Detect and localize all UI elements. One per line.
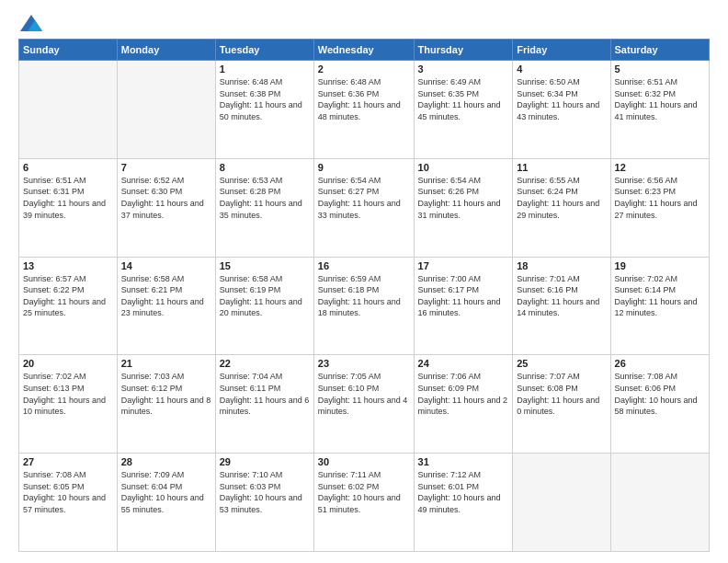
calendar-cell: 1Sunrise: 6:48 AMSunset: 6:38 PMDaylight… (215, 61, 313, 159)
day-number: 12 (615, 162, 705, 173)
calendar-cell: 2Sunrise: 6:48 AMSunset: 6:36 PMDaylight… (313, 61, 414, 159)
cell-content: Sunrise: 6:49 AMSunset: 6:35 PMDaylight:… (418, 76, 509, 122)
cell-content: Sunrise: 6:50 AMSunset: 6:34 PMDaylight:… (517, 76, 606, 122)
day-number: 11 (517, 162, 606, 173)
cell-content: Sunrise: 7:10 AMSunset: 6:03 PMDaylight:… (220, 469, 310, 515)
header (18, 15, 710, 31)
day-number: 4 (517, 63, 606, 75)
page: SundayMondayTuesdayWednesdayThursdayFrid… (0, 0, 728, 563)
cell-content: Sunrise: 6:52 AMSunset: 6:30 PMDaylight:… (121, 175, 211, 221)
cell-content: Sunrise: 6:56 AMSunset: 6:23 PMDaylight:… (615, 175, 705, 221)
cell-content: Sunrise: 6:53 AMSunset: 6:28 PMDaylight:… (220, 175, 310, 221)
calendar-cell: 17Sunrise: 7:00 AMSunset: 6:17 PMDayligh… (414, 257, 513, 355)
calendar-cell: 14Sunrise: 6:58 AMSunset: 6:21 PMDayligh… (117, 257, 215, 355)
cell-content: Sunrise: 7:11 AMSunset: 6:02 PMDaylight:… (318, 469, 410, 515)
day-number: 5 (615, 63, 705, 75)
day-number: 28 (121, 456, 211, 467)
cell-content: Sunrise: 6:58 AMSunset: 6:19 PMDaylight:… (220, 273, 310, 319)
cell-content: Sunrise: 6:48 AMSunset: 6:38 PMDaylight:… (220, 76, 310, 122)
cell-content: Sunrise: 6:58 AMSunset: 6:21 PMDaylight:… (121, 273, 211, 319)
calendar-cell: 20Sunrise: 7:02 AMSunset: 6:13 PMDayligh… (19, 355, 118, 454)
logo (18, 15, 42, 31)
calendar-cell: 6Sunrise: 6:51 AMSunset: 6:31 PMDaylight… (19, 158, 118, 257)
day-header-saturday: Saturday (610, 40, 709, 61)
day-number: 8 (220, 162, 310, 173)
cell-content: Sunrise: 7:08 AMSunset: 6:06 PMDaylight:… (615, 371, 705, 417)
day-number: 30 (318, 456, 410, 467)
calendar-cell: 7Sunrise: 6:52 AMSunset: 6:30 PMDaylight… (117, 158, 215, 257)
week-row-2: 6Sunrise: 6:51 AMSunset: 6:31 PMDaylight… (19, 158, 710, 257)
cell-content: Sunrise: 7:04 AMSunset: 6:11 PMDaylight:… (220, 371, 310, 417)
day-number: 14 (121, 260, 211, 271)
cell-content: Sunrise: 6:55 AMSunset: 6:24 PMDaylight:… (517, 175, 606, 221)
day-header-monday: Monday (117, 40, 215, 61)
cell-content: Sunrise: 6:57 AMSunset: 6:22 PMDaylight:… (23, 273, 113, 319)
calendar-cell: 22Sunrise: 7:04 AMSunset: 6:11 PMDayligh… (215, 355, 313, 454)
cell-content: Sunrise: 7:09 AMSunset: 6:04 PMDaylight:… (121, 469, 211, 515)
day-number: 6 (23, 162, 113, 173)
day-header-wednesday: Wednesday (313, 40, 414, 61)
calendar-table: SundayMondayTuesdayWednesdayThursdayFrid… (18, 39, 710, 552)
calendar-cell: 28Sunrise: 7:09 AMSunset: 6:04 PMDayligh… (117, 454, 215, 552)
logo-text (18, 15, 42, 31)
calendar-cell: 19Sunrise: 7:02 AMSunset: 6:14 PMDayligh… (610, 257, 709, 355)
calendar-cell: 5Sunrise: 6:51 AMSunset: 6:32 PMDaylight… (610, 61, 709, 159)
calendar-cell: 26Sunrise: 7:08 AMSunset: 6:06 PMDayligh… (610, 355, 709, 454)
week-row-1: 1Sunrise: 6:48 AMSunset: 6:38 PMDaylight… (19, 61, 710, 159)
cell-content: Sunrise: 6:51 AMSunset: 6:31 PMDaylight:… (23, 175, 113, 221)
calendar-cell: 30Sunrise: 7:11 AMSunset: 6:02 PMDayligh… (313, 454, 414, 552)
day-number: 20 (23, 358, 113, 369)
calendar-cell: 15Sunrise: 6:58 AMSunset: 6:19 PMDayligh… (215, 257, 313, 355)
calendar-cell (19, 61, 118, 159)
calendar-cell: 18Sunrise: 7:01 AMSunset: 6:16 PMDayligh… (513, 257, 610, 355)
day-header-sunday: Sunday (19, 40, 118, 61)
day-number: 26 (615, 358, 705, 369)
calendar-cell: 27Sunrise: 7:08 AMSunset: 6:05 PMDayligh… (19, 454, 118, 552)
day-number: 31 (418, 456, 509, 467)
calendar-cell: 11Sunrise: 6:55 AMSunset: 6:24 PMDayligh… (513, 158, 610, 257)
calendar-header-row: SundayMondayTuesdayWednesdayThursdayFrid… (19, 40, 710, 61)
day-number: 10 (418, 162, 509, 173)
cell-content: Sunrise: 7:01 AMSunset: 6:16 PMDaylight:… (517, 273, 606, 319)
cell-content: Sunrise: 7:03 AMSunset: 6:12 PMDaylight:… (121, 371, 211, 417)
week-row-3: 13Sunrise: 6:57 AMSunset: 6:22 PMDayligh… (19, 257, 710, 355)
logo-icon (20, 15, 42, 31)
calendar-cell (117, 61, 215, 159)
calendar-cell: 13Sunrise: 6:57 AMSunset: 6:22 PMDayligh… (19, 257, 118, 355)
cell-content: Sunrise: 6:59 AMSunset: 6:18 PMDaylight:… (318, 273, 410, 319)
week-row-5: 27Sunrise: 7:08 AMSunset: 6:05 PMDayligh… (19, 454, 710, 552)
cell-content: Sunrise: 6:54 AMSunset: 6:26 PMDaylight:… (418, 175, 509, 221)
day-number: 24 (418, 358, 509, 369)
calendar-cell (610, 454, 709, 552)
cell-content: Sunrise: 6:51 AMSunset: 6:32 PMDaylight:… (615, 76, 705, 122)
week-row-4: 20Sunrise: 7:02 AMSunset: 6:13 PMDayligh… (19, 355, 710, 454)
cell-content: Sunrise: 7:08 AMSunset: 6:05 PMDaylight:… (23, 469, 113, 515)
day-number: 27 (23, 456, 113, 467)
day-header-friday: Friday (513, 40, 610, 61)
day-number: 7 (121, 162, 211, 173)
calendar-cell: 16Sunrise: 6:59 AMSunset: 6:18 PMDayligh… (313, 257, 414, 355)
day-header-thursday: Thursday (414, 40, 513, 61)
calendar-cell: 4Sunrise: 6:50 AMSunset: 6:34 PMDaylight… (513, 61, 610, 159)
cell-content: Sunrise: 7:06 AMSunset: 6:09 PMDaylight:… (418, 371, 509, 417)
cell-content: Sunrise: 7:00 AMSunset: 6:17 PMDaylight:… (418, 273, 509, 319)
cell-content: Sunrise: 7:05 AMSunset: 6:10 PMDaylight:… (318, 371, 410, 417)
day-header-tuesday: Tuesday (215, 40, 313, 61)
day-number: 9 (318, 162, 410, 173)
calendar-cell: 3Sunrise: 6:49 AMSunset: 6:35 PMDaylight… (414, 61, 513, 159)
day-number: 18 (517, 260, 606, 271)
calendar-cell: 23Sunrise: 7:05 AMSunset: 6:10 PMDayligh… (313, 355, 414, 454)
day-number: 21 (121, 358, 211, 369)
cell-content: Sunrise: 7:07 AMSunset: 6:08 PMDaylight:… (517, 371, 606, 417)
calendar-cell: 31Sunrise: 7:12 AMSunset: 6:01 PMDayligh… (414, 454, 513, 552)
calendar-cell: 25Sunrise: 7:07 AMSunset: 6:08 PMDayligh… (513, 355, 610, 454)
day-number: 23 (318, 358, 410, 369)
cell-content: Sunrise: 6:54 AMSunset: 6:27 PMDaylight:… (318, 175, 410, 221)
calendar-cell: 10Sunrise: 6:54 AMSunset: 6:26 PMDayligh… (414, 158, 513, 257)
calendar-cell: 29Sunrise: 7:10 AMSunset: 6:03 PMDayligh… (215, 454, 313, 552)
calendar-cell: 8Sunrise: 6:53 AMSunset: 6:28 PMDaylight… (215, 158, 313, 257)
day-number: 25 (517, 358, 606, 369)
cell-content: Sunrise: 7:12 AMSunset: 6:01 PMDaylight:… (418, 469, 509, 515)
day-number: 19 (615, 260, 705, 271)
day-number: 17 (418, 260, 509, 271)
